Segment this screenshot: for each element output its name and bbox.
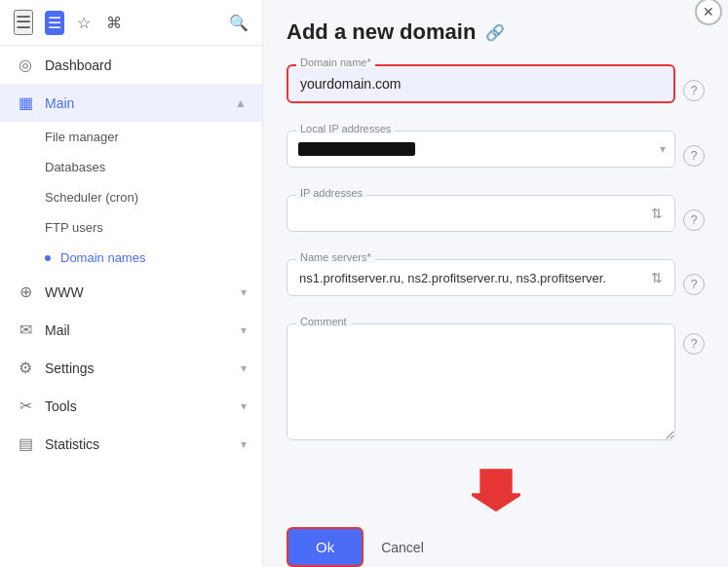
local-ip-label: Local IP addresses — [296, 123, 395, 134]
hamburger-button[interactable]: ☰ — [14, 10, 33, 35]
nav-section: ◎ Dashboard ▦ Main ▲ File manager Databa… — [0, 46, 262, 463]
local-ip-help[interactable]: ? — [683, 145, 705, 167]
form-actions: Ok Cancel — [287, 527, 705, 567]
sidebar-item-label: Statistics — [45, 436, 99, 452]
chevron-down-icon: ▾ — [241, 437, 247, 451]
name-servers-help[interactable]: ? — [683, 274, 705, 295]
list-view-button[interactable]: ☰ — [45, 11, 64, 35]
sidebar-sub-label: Domain names — [60, 250, 145, 265]
ip-addresses-row: IP addresses ⇅ ? — [287, 195, 705, 246]
chevron-up-icon: ▲ — [235, 96, 247, 110]
mail-icon: ✉ — [16, 321, 35, 339]
sidebar-item-ftp-users[interactable]: FTP users — [0, 212, 262, 243]
chevron-down-icon: ▾ — [241, 323, 247, 337]
sidebar-sub-label: Databases — [45, 160, 105, 174]
name-servers-group: Name servers* ns1.profitserver.ru, ns2.p… — [287, 259, 675, 296]
sidebar-sub-label: Scheduler (cron) — [45, 190, 138, 205]
sidebar-item-label: Tools — [45, 398, 77, 414]
sidebar-item-www[interactable]: ⊕ WWW ▾ — [0, 273, 262, 311]
domain-name-group: Domain name* — [287, 64, 675, 103]
apps-button[interactable]: ⌘ — [103, 11, 125, 35]
link-icon[interactable]: 🔗 — [485, 23, 505, 42]
sidebar-item-mail[interactable]: ✉ Mail ▾ — [0, 311, 262, 349]
name-servers-label: Name servers* — [296, 251, 375, 263]
arrow-down-svg — [472, 465, 520, 513]
sidebar-sub-label: File manager — [45, 130, 119, 144]
page-title: Add a new domain — [287, 19, 476, 45]
sidebar-item-statistics[interactable]: ▤ Statistics ▾ — [0, 425, 262, 463]
comment-group: Comment — [287, 323, 675, 443]
comment-textarea[interactable] — [287, 323, 675, 440]
name-servers-row: Name servers* ns1.profitserver.ru, ns2.p… — [287, 259, 705, 310]
local-ip-group: Local IP addresses ████████████████ ▾ — [287, 131, 675, 168]
www-icon: ⊕ — [16, 283, 35, 301]
domain-name-input[interactable] — [287, 64, 675, 103]
ip-addresses-group: IP addresses ⇅ — [287, 195, 675, 232]
sidebar-item-main[interactable]: ▦ Main ▲ — [0, 84, 262, 122]
sidebar-item-tools[interactable]: ✂ Tools ▾ — [0, 387, 262, 425]
svg-marker-0 — [472, 469, 520, 511]
main-content: ✕ Add a new domain 🔗 Domain name* ? Loca… — [263, 0, 728, 567]
cancel-button[interactable]: Cancel — [377, 532, 428, 563]
name-servers-sort-icon[interactable]: ⇅ — [651, 270, 663, 285]
sidebar-item-label: Main — [45, 95, 74, 111]
local-ip-select[interactable]: ████████████████ — [287, 131, 675, 168]
chevron-down-icon: ▾ — [241, 361, 247, 375]
close-button[interactable]: ✕ — [695, 0, 722, 25]
chevron-down-icon: ▾ — [241, 399, 247, 413]
ok-button[interactable]: Ok — [287, 527, 364, 567]
settings-icon: ⚙ — [16, 359, 35, 377]
sort-icon[interactable]: ⇅ — [651, 206, 663, 221]
search-button[interactable]: 🔍 — [229, 14, 249, 32]
domain-name-row: Domain name* ? — [287, 64, 705, 117]
domain-name-help[interactable]: ? — [683, 80, 705, 101]
sidebar-item-settings[interactable]: ⚙ Settings ▾ — [0, 349, 262, 387]
sidebar-item-dashboard[interactable]: ◎ Dashboard — [0, 46, 262, 84]
sidebar-item-label: Dashboard — [45, 57, 112, 73]
sidebar-item-label: Settings — [45, 360, 95, 376]
ip-addresses-help[interactable]: ? — [683, 209, 705, 231]
sidebar-item-file-manager[interactable]: File manager — [0, 122, 262, 152]
sidebar-sub-label: FTP users — [45, 220, 103, 235]
comment-row: Comment ? — [287, 323, 705, 457]
sidebar-icon-group: ☰ ☆ ⌘ — [45, 11, 217, 35]
chevron-down-icon: ▾ — [241, 285, 247, 299]
arrow-down-indicator — [287, 465, 705, 513]
sidebar-item-scheduler[interactable]: Scheduler (cron) — [0, 182, 262, 212]
sidebar-item-label: Mail — [45, 322, 70, 338]
sidebar-item-domain-names[interactable]: Domain names — [0, 243, 262, 273]
main-icon: ▦ — [16, 94, 35, 112]
ip-addresses-label: IP addresses — [296, 187, 366, 199]
active-dot — [45, 255, 51, 261]
sidebar-item-databases[interactable]: Databases — [0, 152, 262, 182]
domain-name-label: Domain name* — [296, 57, 375, 68]
name-servers-value: ns1.profitserver.ru, ns2.profitserver.ru… — [299, 271, 651, 285]
sidebar-header: ☰ ☰ ☆ ⌘ 🔍 — [0, 0, 262, 46]
tools-icon: ✂ — [16, 397, 35, 415]
comment-label: Comment — [296, 316, 351, 327]
comment-help[interactable]: ? — [683, 333, 705, 355]
page-header: Add a new domain 🔗 — [287, 19, 705, 45]
statistics-icon: ▤ — [16, 435, 35, 453]
local-ip-row: Local IP addresses ████████████████ ▾ ? — [287, 131, 705, 181]
dashboard-icon: ◎ — [16, 56, 35, 74]
sidebar: ☰ ☰ ☆ ⌘ 🔍 ◎ Dashboard ▦ Main ▲ File mana… — [0, 0, 263, 567]
sidebar-item-label: WWW — [45, 284, 84, 300]
star-button[interactable]: ☆ — [74, 11, 94, 35]
